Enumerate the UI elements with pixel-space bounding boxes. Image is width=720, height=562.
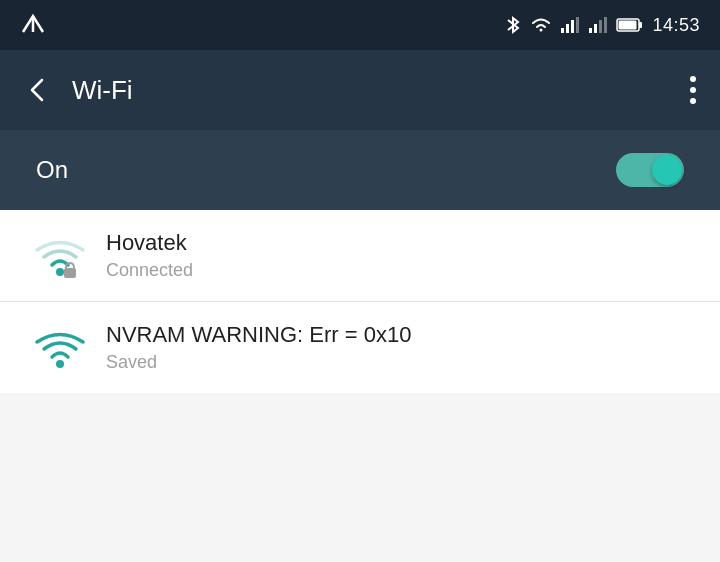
signal-icon-1 [560,16,580,34]
network-status-nvram: Saved [106,352,690,373]
wifi-toggle-section: On [0,130,720,210]
svg-rect-7 [594,24,597,33]
status-bar-right: 14:53 [504,14,700,36]
network-name-nvram: NVRAM WARNING: Err = 0x10 [106,322,690,348]
network-info-nvram: NVRAM WARNING: Err = 0x10 Saved [106,322,690,373]
back-button[interactable] [24,76,52,104]
svg-rect-12 [619,21,637,30]
network-name-hovatek: Hovatek [106,230,690,256]
wifi-toggle-switch[interactable] [616,153,684,187]
status-time: 14:53 [652,15,700,36]
network-list: Hovatek Connected NVRAM WARNING: Err = 0… [0,210,720,393]
svg-rect-4 [571,20,574,33]
svg-rect-3 [566,24,569,33]
network-status-hovatek: Connected [106,260,690,281]
toggle-knob [652,155,682,185]
status-bar-left [20,12,46,38]
wifi-connected-icon [30,232,90,280]
wifi-status-icon [530,16,552,34]
back-arrow-icon [24,76,52,104]
network-info-hovatek: Hovatek Connected [106,230,690,281]
wifi-saved-icon [30,324,90,372]
network-item-nvram[interactable]: NVRAM WARNING: Err = 0x10 Saved [0,302,720,393]
svg-point-13 [56,268,64,276]
bluetooth-icon [504,14,522,36]
wifi-toggle-label: On [36,156,68,184]
app-title: Wi-Fi [72,75,690,106]
app-bar: Wi-Fi [0,50,720,130]
status-bar: 14:53 [0,0,720,50]
battery-icon [616,16,644,34]
svg-rect-6 [589,28,592,33]
svg-rect-2 [561,28,564,33]
carrier-icon [20,12,46,38]
svg-rect-8 [599,20,602,33]
svg-rect-14 [64,268,76,278]
svg-rect-11 [639,22,642,28]
network-item-hovatek[interactable]: Hovatek Connected [0,210,720,302]
more-options-button[interactable] [690,76,696,104]
svg-rect-9 [604,17,607,33]
svg-point-15 [56,360,64,368]
svg-rect-5 [576,17,579,33]
signal-icon-2 [588,16,608,34]
